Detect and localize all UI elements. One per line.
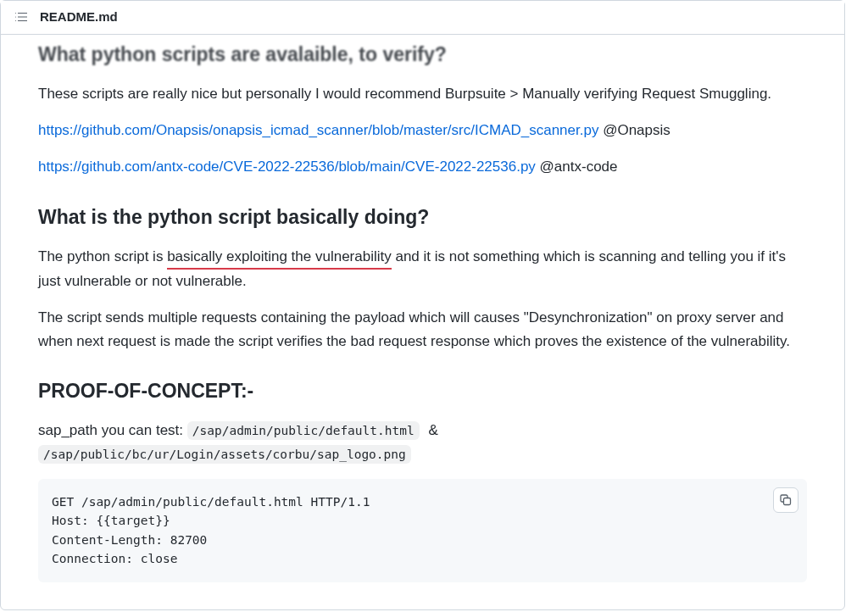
section-heading-poc: PROOF-OF-CONCEPT:- — [38, 376, 807, 406]
python-script-paragraph-2: The script sends multiple requests conta… — [38, 306, 807, 352]
scanner-link-1-attribution: @Onapsis — [598, 122, 670, 138]
scanner-link-2-attribution: @antx-code — [536, 159, 618, 175]
scanner-link-1-line: https://github.com/Onapsis/onapsis_icmad… — [38, 119, 807, 142]
copy-button[interactable] — [773, 487, 798, 513]
code-block: GET /sap/admin/public/default.html HTTP/… — [38, 479, 807, 582]
file-header: README.md — [1, 1, 844, 35]
readme-container: README.md What python scripts are avalai… — [0, 0, 845, 610]
truncated-heading: What python scripts are avalaible, to ve… — [38, 35, 807, 70]
sap-path-code-1: /sap/admin/public/default.html — [187, 421, 420, 440]
markdown-body: What python scripts are avalaible, to ve… — [1, 35, 844, 609]
p1-pre: The python script is — [38, 248, 167, 264]
sap-path-code-2: /sap/public/bc/ur/Login/assets/corbu/sap… — [38, 445, 411, 464]
scanner-link-2-line: https://github.com/antx-code/CVE-2022-22… — [38, 155, 807, 178]
scanner-link-1[interactable]: https://github.com/Onapsis/onapsis_icmad… — [38, 122, 598, 138]
ampersand: & — [425, 422, 438, 438]
sap-path-line: sap_path you can test: /sap/admin/public… — [38, 419, 807, 465]
svg-rect-0 — [784, 498, 791, 504]
code-block-content: GET /sap/admin/public/default.html HTTP/… — [52, 492, 793, 569]
list-icon[interactable] — [14, 10, 28, 24]
intro-paragraph: These scripts are really nice but person… — [38, 82, 807, 105]
scanner-link-2[interactable]: https://github.com/antx-code/CVE-2022-22… — [38, 159, 536, 175]
p1-underlined: basically exploiting the vulnerability — [167, 245, 392, 270]
section-heading-python-script: What is the python script basically doin… — [38, 203, 807, 232]
sap-path-pre: sap_path you can test: — [38, 422, 187, 438]
file-name: README.md — [40, 8, 118, 27]
python-script-paragraph-1: The python script is basically exploitin… — [38, 245, 807, 292]
